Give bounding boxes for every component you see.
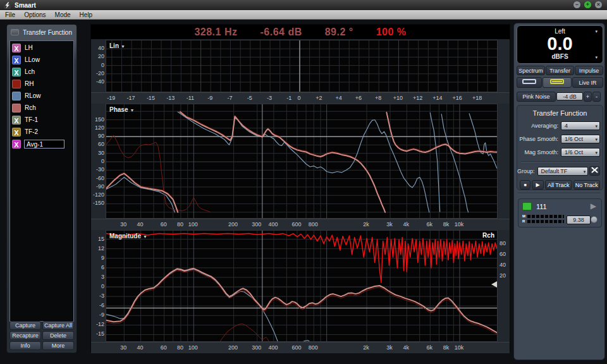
play-button[interactable]: ▶ <box>532 180 544 190</box>
plot-area: 328.1 Hz -6.64 dB 89.2 ° 100 % 40200-20-… <box>90 24 510 353</box>
trace-checkbox[interactable]: X <box>12 68 21 76</box>
app-logo-icon <box>4 2 11 9</box>
active-trace-label: Rch <box>482 232 494 239</box>
phase-plot: 1501209060300-30-60-90-120-150 Phase▼ <box>91 104 510 219</box>
select[interactable]: 4▾ <box>561 121 600 130</box>
group-row: Group: Default TF ▾ <box>517 166 600 176</box>
trace-item-rch[interactable]: Rch <box>10 102 73 113</box>
impulse-scale-selector[interactable]: Lin▼ <box>109 42 125 49</box>
panel-toggle-button[interactable] <box>11 29 19 35</box>
divider <box>521 161 599 162</box>
coherence-axis: 80604020 <box>498 230 510 342</box>
trace-checkbox[interactable]: X <box>12 128 21 136</box>
readout-coherence: 100 % <box>376 27 407 38</box>
trace-checkbox[interactable]: X <box>12 140 21 149</box>
frequency-axis-bottom: 304060801002003004006008002k3k4k6k8k10k <box>91 342 510 353</box>
pink-noise-button[interactable]: Pink Noise <box>517 92 556 102</box>
single-pane-button[interactable] <box>517 77 542 88</box>
cursor-readout: 328.1 Hz -6.64 dB 89.2 ° 100 % <box>91 25 510 39</box>
trace-item-llow[interactable]: XLLow <box>10 54 73 65</box>
live-ir-button[interactable]: Live IR <box>572 77 603 88</box>
readout-phase: 89.2 ° <box>325 27 353 38</box>
trace-item-tf-2[interactable]: XTF-2 <box>10 126 73 137</box>
smoothing-rows: Averaging:4▾Phase Smooth:1/6 Oct▾Mag Smo… <box>517 121 603 157</box>
trace-name-input[interactable]: Avg-1 <box>24 140 64 149</box>
phase-y-axis: 1501209060300-30-60-90-120-150 <box>91 104 106 219</box>
no-track-button[interactable]: No Track <box>573 180 601 190</box>
chevron-down-icon: ▾ <box>584 167 586 176</box>
menu-help[interactable]: Help <box>80 11 93 18</box>
phase-smooth-row: Phase Smooth:1/6 Oct▾ <box>517 134 600 143</box>
track-time-field[interactable]: 9.38 <box>567 215 591 224</box>
trace-item-rlow[interactable]: RLow <box>10 90 73 101</box>
phase-plot-canvas[interactable]: Phase▼ <box>106 104 498 219</box>
magnitude-plot: 15129630-3-6-9-12-15 Magnitude▼ Rch 8060… <box>91 230 510 342</box>
trace-item-tf-1[interactable]: XTF-1 <box>10 114 73 125</box>
capture-button[interactable]: Capture <box>9 321 41 330</box>
trace-item-lch[interactable]: XLch <box>10 66 73 77</box>
select[interactable]: 1/6 Oct▾ <box>561 135 600 143</box>
level-increase-button[interactable]: + <box>584 92 592 102</box>
menu-mode[interactable]: Mode <box>55 11 71 18</box>
select[interactable]: 1/6 Oct▾ <box>561 148 600 157</box>
capture-buttons: CaptureCapture AllRecaptureDeleteInfoMor… <box>9 321 74 350</box>
mag-smooth-row: Mag Smooth:1/6 Oct▾ <box>517 147 600 157</box>
trace-item-rh[interactable]: RH <box>10 78 73 89</box>
track-play-icon[interactable]: ▶ <box>591 202 596 210</box>
pane-lines-icon <box>550 79 564 84</box>
trace-label: Lch <box>25 68 35 75</box>
divider <box>518 193 601 194</box>
trace-checkbox[interactable]: X <box>12 44 21 52</box>
recapture-button[interactable]: Recapture <box>9 331 41 340</box>
menu-file[interactable]: File <box>5 11 15 18</box>
menu-bar: FileOptionsModeHelp <box>0 10 607 20</box>
zoom-button[interactable]: + <box>584 1 591 8</box>
cursor-marker[interactable] <box>491 281 497 288</box>
trace-checkbox[interactable] <box>12 92 21 100</box>
trace-checkbox[interactable]: X <box>12 116 21 124</box>
delete-button[interactable]: Delete <box>42 331 74 340</box>
capture-all-button[interactable]: Capture All <box>42 321 74 330</box>
level-decrease-button[interactable]: - <box>592 92 601 102</box>
tab-impulse[interactable]: Impulse <box>575 66 603 75</box>
readout-magnitude: -6.64 dB <box>260 27 302 38</box>
trace-label: LH <box>25 44 33 51</box>
phase-scale-selector[interactable]: Phase▼ <box>109 106 134 113</box>
close-button[interactable]: × <box>595 1 602 8</box>
impulse-right-gutter <box>498 40 510 92</box>
menu-options[interactable]: Options <box>24 11 46 18</box>
group-settings-button[interactable] <box>589 166 600 176</box>
stop-button[interactable]: ■ <box>520 180 530 190</box>
transfer-function-panel: Transfer Function XLHXLLowXLchRHRLowRchX… <box>6 24 77 353</box>
readout-frequency: 328.1 Hz <box>194 27 237 38</box>
tab-spectrum[interactable]: Spectrum <box>517 66 545 75</box>
channel-dropdown-icon[interactable]: ▾ <box>595 29 598 34</box>
impulse-plot-canvas[interactable]: Lin▼ <box>106 40 498 92</box>
minimize-button[interactable]: − <box>573 1 580 8</box>
chevron-down-icon: ▾ <box>595 149 598 157</box>
trace-checkbox[interactable] <box>12 80 21 88</box>
trace-label: RLow <box>25 92 41 99</box>
signal-generator-row: Pink Noise -4 dB + - <box>517 92 603 101</box>
track-active-button[interactable] <box>522 202 532 210</box>
magnitude-plot-canvas[interactable]: Magnitude▼ Rch <box>106 230 498 342</box>
trace-checkbox[interactable] <box>12 104 21 112</box>
trace-item-avg-1[interactable]: XAvg-1 <box>10 138 73 149</box>
split-pane-button[interactable] <box>543 77 572 88</box>
group-select[interactable]: Default TF ▾ <box>537 167 589 176</box>
tools-icon <box>591 167 598 173</box>
trace-checkbox[interactable]: X <box>12 56 21 64</box>
record-button[interactable] <box>591 216 598 223</box>
window-controls: −+× <box>573 1 602 8</box>
info-button[interactable]: Info <box>9 341 41 350</box>
unit-dropdown-icon[interactable]: ▾ <box>595 55 598 60</box>
panel-title: Transfer Function <box>23 29 72 36</box>
all-track-button[interactable]: All Track <box>545 180 572 190</box>
trace-item-lh[interactable]: XLH <box>10 42 73 53</box>
more-button[interactable]: More <box>42 341 74 350</box>
track-name: 111 <box>536 203 547 210</box>
generator-level-field[interactable]: -4 dB <box>556 92 583 100</box>
magnitude-scale-selector[interactable]: Magnitude▼ <box>109 233 147 240</box>
tab-transfer[interactable]: Transfer <box>546 66 574 75</box>
impulse-time-axis: -19-17-15-13-11-9-7-5-3-10+2+4+6+8+10+12… <box>91 92 510 104</box>
